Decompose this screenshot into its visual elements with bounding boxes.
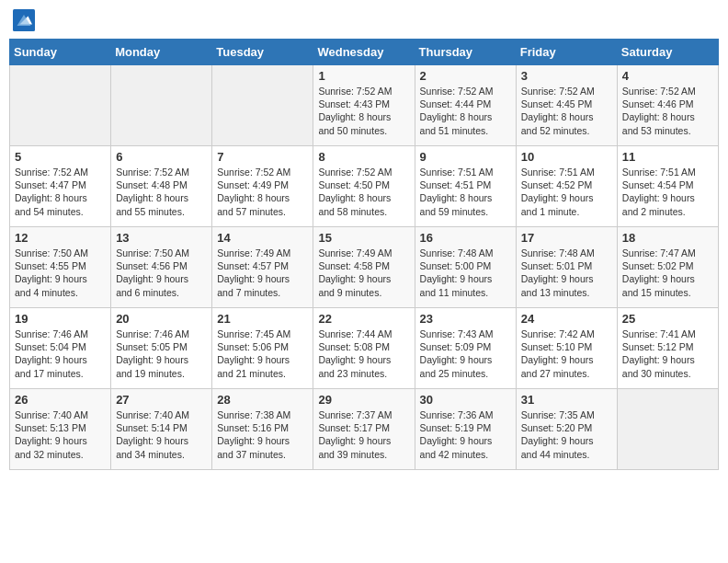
day-info: Sunrise: 7:43 AM Sunset: 5:09 PM Dayligh… [420,327,511,380]
sunset-text: Sunset: 4:47 PM [15,179,86,190]
day-info: Sunrise: 7:52 AM Sunset: 4:50 PM Dayligh… [318,166,409,218]
sunset-text: Sunset: 5:12 PM [622,341,694,352]
sunrise-text: Sunrise: 7:51 AM [521,167,595,178]
sunset-text: Sunset: 5:19 PM [420,422,492,433]
weekday-header: Saturday [617,40,718,65]
day-info: Sunrise: 7:52 AM Sunset: 4:46 PM Dayligh… [622,85,713,137]
calendar-week-row: 26 Sunrise: 7:40 AM Sunset: 5:13 PM Dayl… [10,389,719,470]
daylight-text: Daylight: 9 hours and 13 minutes. [521,273,594,297]
sunrise-text: Sunrise: 7:52 AM [521,86,595,97]
daylight-text: Daylight: 8 hours and 55 minutes. [116,192,188,216]
sunset-text: Sunset: 5:17 PM [318,422,390,433]
day-info: Sunrise: 7:51 AM Sunset: 4:51 PM Dayligh… [420,166,511,218]
sunrise-text: Sunrise: 7:42 AM [521,328,595,339]
daylight-text: Daylight: 9 hours and 30 minutes. [622,354,695,378]
daylight-text: Daylight: 8 hours and 50 minutes. [318,111,391,135]
day-number: 11 [622,150,713,164]
sunrise-text: Sunrise: 7:37 AM [318,409,392,420]
calendar-day-cell: 5 Sunrise: 7:52 AM Sunset: 4:47 PM Dayli… [10,146,111,227]
sunrise-text: Sunrise: 7:51 AM [622,167,696,178]
weekday-row: SundayMondayTuesdayWednesdayThursdayFrid… [10,40,719,65]
sunset-text: Sunset: 4:44 PM [420,98,492,109]
sunrise-text: Sunrise: 7:51 AM [420,167,494,178]
day-number: 5 [15,150,106,164]
day-info: Sunrise: 7:46 AM Sunset: 5:04 PM Dayligh… [15,327,106,380]
day-info: Sunrise: 7:48 AM Sunset: 5:01 PM Dayligh… [521,247,612,299]
calendar-day-cell: 27 Sunrise: 7:40 AM Sunset: 5:14 PM Dayl… [111,389,212,470]
day-number: 3 [521,69,612,83]
sunrise-text: Sunrise: 7:44 AM [318,328,392,339]
sunrise-text: Sunrise: 7:46 AM [15,328,88,339]
day-number: 6 [116,150,207,164]
day-info: Sunrise: 7:49 AM Sunset: 4:57 PM Dayligh… [217,247,308,299]
calendar-day-cell: 17 Sunrise: 7:48 AM Sunset: 5:01 PM Dayl… [516,227,617,308]
daylight-text: Daylight: 9 hours and 7 minutes. [217,273,290,297]
calendar-week-row: 19 Sunrise: 7:46 AM Sunset: 5:04 PM Dayl… [10,308,719,389]
sunrise-text: Sunrise: 7:48 AM [420,247,494,259]
calendar-day-cell: 30 Sunrise: 7:36 AM Sunset: 5:19 PM Dayl… [415,389,516,470]
sunset-text: Sunset: 5:13 PM [15,422,86,433]
day-number: 21 [217,312,308,326]
weekday-header: Sunday [10,40,111,65]
sunrise-text: Sunrise: 7:41 AM [622,328,696,339]
sunset-text: Sunset: 5:10 PM [521,341,593,352]
sunrise-text: Sunrise: 7:48 AM [521,247,595,259]
calendar-day-cell [111,65,212,146]
day-info: Sunrise: 7:37 AM Sunset: 5:17 PM Dayligh… [318,408,409,461]
sunset-text: Sunset: 5:08 PM [318,341,390,352]
day-number: 9 [420,150,511,164]
sunset-text: Sunset: 4:58 PM [318,260,390,271]
day-number: 1 [318,69,409,83]
day-number: 15 [318,231,409,245]
daylight-text: Daylight: 9 hours and 2 minutes. [622,192,695,216]
day-info: Sunrise: 7:44 AM Sunset: 5:08 PM Dayligh… [318,327,409,380]
daylight-text: Daylight: 9 hours and 6 minutes. [116,273,188,297]
sunrise-text: Sunrise: 7:52 AM [15,167,88,178]
sunrise-text: Sunrise: 7:52 AM [420,86,494,97]
daylight-text: Daylight: 9 hours and 23 minutes. [318,354,391,378]
calendar-day-cell: 6 Sunrise: 7:52 AM Sunset: 4:48 PM Dayli… [111,146,212,227]
sunrise-text: Sunrise: 7:52 AM [318,86,392,97]
daylight-text: Daylight: 9 hours and 39 minutes. [318,435,391,459]
daylight-text: Daylight: 9 hours and 15 minutes. [622,273,695,297]
day-number: 29 [318,393,409,407]
calendar-body: 1 Sunrise: 7:52 AM Sunset: 4:43 PM Dayli… [10,65,719,470]
sunrise-text: Sunrise: 7:49 AM [217,247,290,259]
sunset-text: Sunset: 5:20 PM [521,422,593,433]
weekday-header: Thursday [415,40,516,65]
day-number: 7 [217,150,308,164]
day-info: Sunrise: 7:50 AM Sunset: 4:55 PM Dayligh… [15,247,106,299]
weekday-header: Tuesday [212,40,313,65]
daylight-text: Daylight: 8 hours and 52 minutes. [521,111,594,135]
calendar-day-cell: 9 Sunrise: 7:51 AM Sunset: 4:51 PM Dayli… [415,146,516,227]
sunset-text: Sunset: 5:06 PM [217,341,289,352]
calendar-day-cell: 15 Sunrise: 7:49 AM Sunset: 4:58 PM Dayl… [313,227,415,308]
daylight-text: Daylight: 8 hours and 57 minutes. [217,192,290,216]
day-info: Sunrise: 7:40 AM Sunset: 5:14 PM Dayligh… [116,408,207,461]
daylight-text: Daylight: 9 hours and 17 minutes. [15,354,87,378]
calendar-day-cell [10,65,111,146]
calendar-day-cell: 8 Sunrise: 7:52 AM Sunset: 4:50 PM Dayli… [313,146,415,227]
calendar-day-cell: 2 Sunrise: 7:52 AM Sunset: 4:44 PM Dayli… [415,65,516,146]
sunrise-text: Sunrise: 7:50 AM [116,247,189,259]
day-info: Sunrise: 7:41 AM Sunset: 5:12 PM Dayligh… [622,327,713,380]
day-info: Sunrise: 7:38 AM Sunset: 5:16 PM Dayligh… [217,408,308,461]
sunrise-text: Sunrise: 7:52 AM [622,86,696,97]
daylight-text: Daylight: 9 hours and 34 minutes. [116,435,188,459]
day-info: Sunrise: 7:47 AM Sunset: 5:02 PM Dayligh… [622,247,713,299]
day-info: Sunrise: 7:52 AM Sunset: 4:43 PM Dayligh… [318,85,409,137]
calendar-table: SundayMondayTuesdayWednesdayThursdayFrid… [9,39,719,470]
sunset-text: Sunset: 4:52 PM [521,179,593,190]
day-number: 13 [116,231,207,245]
calendar-day-cell: 13 Sunrise: 7:50 AM Sunset: 4:56 PM Dayl… [111,227,212,308]
calendar-day-cell: 4 Sunrise: 7:52 AM Sunset: 4:46 PM Dayli… [617,65,718,146]
daylight-text: Daylight: 9 hours and 42 minutes. [420,435,493,459]
sunrise-text: Sunrise: 7:52 AM [217,167,290,178]
calendar-day-cell: 31 Sunrise: 7:35 AM Sunset: 5:20 PM Dayl… [516,389,617,470]
calendar-day-cell: 24 Sunrise: 7:42 AM Sunset: 5:10 PM Dayl… [516,308,617,389]
sunset-text: Sunset: 4:57 PM [217,260,289,271]
calendar-day-cell [212,65,313,146]
sunrise-text: Sunrise: 7:47 AM [622,247,696,259]
day-info: Sunrise: 7:52 AM Sunset: 4:47 PM Dayligh… [15,166,106,218]
calendar-day-cell: 29 Sunrise: 7:37 AM Sunset: 5:17 PM Dayl… [313,389,415,470]
